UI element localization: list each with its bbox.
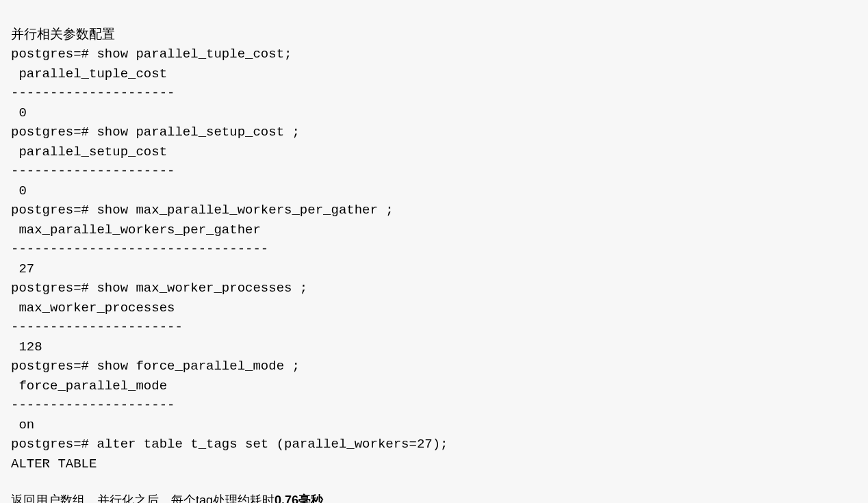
code-block: 并行相关参数配置 postgres=# show parallel_tuple_…: [11, 5, 857, 474]
code-line: postgres=# show max_parallel_workers_per…: [11, 203, 394, 218]
code-line: postgres=# show force_parallel_mode ;: [11, 359, 300, 374]
code-line: postgres=# show parallel_setup_cost ;: [11, 125, 300, 140]
summary-suffix: 。: [323, 493, 335, 503]
code-line: on: [11, 417, 34, 433]
code-line: postgres=# alter table t_tags set (paral…: [11, 437, 448, 452]
code-line: max_parallel_workers_per_gather: [11, 222, 261, 237]
code-line: parallel_setup_cost: [11, 144, 167, 159]
code-line: ---------------------------------: [11, 242, 268, 257]
code-line: parallel_tuple_cost: [11, 66, 167, 81]
code-line: force_parallel_mode: [11, 378, 167, 394]
code-line: ----------------------: [11, 320, 183, 335]
code-line: max_worker_processes: [11, 300, 175, 315]
code-line: ---------------------: [11, 164, 175, 179]
code-line: postgres=# show parallel_tuple_cost;: [11, 47, 292, 62]
code-line: 128: [11, 339, 42, 354]
code-line: ---------------------: [11, 398, 175, 413]
code-line: 并行相关参数配置: [11, 27, 115, 42]
code-line: postgres=# show max_worker_processes ;: [11, 281, 307, 296]
code-line: 27: [11, 261, 34, 276]
summary-text: 返回用户数组，并行化之后，每个tag处理约耗时0.76毫秒。: [11, 493, 857, 503]
code-line: 0: [11, 183, 27, 198]
code-line: ---------------------: [11, 86, 175, 101]
summary-bold: 0.76毫秒: [275, 493, 323, 503]
code-line: ALTER TABLE: [11, 456, 97, 472]
code-line: 0: [11, 105, 27, 120]
summary-prefix: 返回用户数组，并行化之后，每个tag处理约耗时: [11, 493, 275, 503]
